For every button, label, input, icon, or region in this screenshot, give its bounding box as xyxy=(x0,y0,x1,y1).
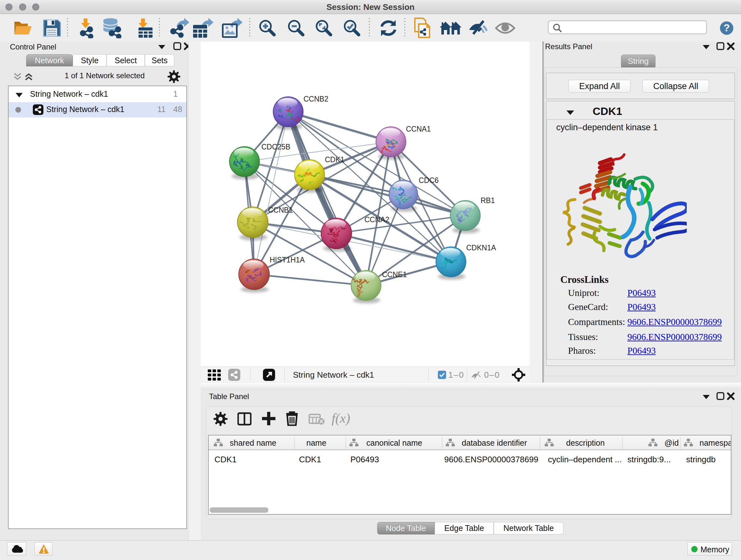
svg-text:CDKN1A: CDKN1A xyxy=(466,244,496,252)
svg-text:RB1: RB1 xyxy=(481,196,495,205)
svg-text:CDC6: CDC6 xyxy=(419,176,439,185)
svg-text:CCNB2: CCNB2 xyxy=(304,95,328,103)
svg-text:CCNA1: CCNA1 xyxy=(406,125,431,133)
svg-text:CDK1: CDK1 xyxy=(325,155,344,164)
svg-text:HIST1H1A: HIST1H1A xyxy=(270,256,305,264)
svg-text:CDC25B: CDC25B xyxy=(261,143,290,151)
svg-text:CCNE1: CCNE1 xyxy=(382,270,407,279)
svg-text:?: ? xyxy=(724,22,730,34)
svg-text:CCNB1: CCNB1 xyxy=(268,206,293,214)
svg-text:CCNA2: CCNA2 xyxy=(364,215,389,224)
